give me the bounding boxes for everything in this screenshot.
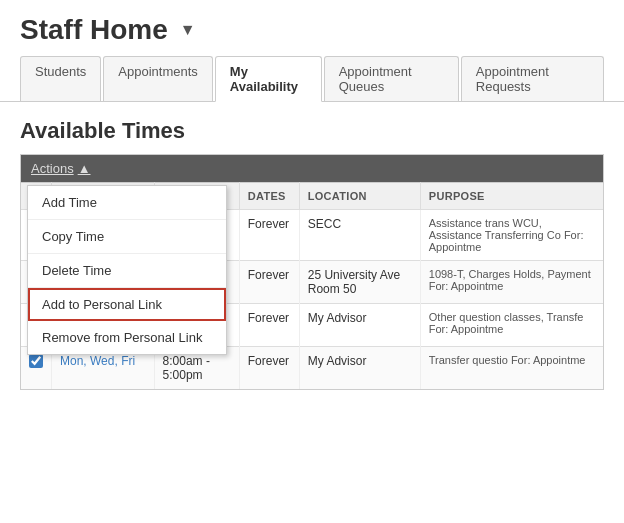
actions-dropdown: Add Time Copy Time Delete Time Add to Pe…	[27, 185, 227, 355]
tab-appointments[interactable]: Appointments	[103, 56, 213, 101]
row-dates: Forever	[239, 347, 299, 390]
col-dates: DATES	[239, 183, 299, 210]
action-copy-time[interactable]: Copy Time	[28, 220, 226, 254]
row-purpose: Assistance trans WCU, Assistance Transfe…	[420, 210, 603, 261]
action-delete-time[interactable]: Delete Time	[28, 254, 226, 288]
page-header: Staff Home ▼	[0, 0, 624, 56]
row-checkbox[interactable]	[29, 354, 43, 368]
row-location: 25 University Ave Room 50	[299, 261, 420, 304]
action-add-time[interactable]: Add Time	[28, 186, 226, 220]
row-location: SECC	[299, 210, 420, 261]
row-dates: Forever	[239, 261, 299, 304]
row-location: My Advisor	[299, 304, 420, 347]
tab-appointment-queues[interactable]: Appointment Queues	[324, 56, 459, 101]
row-purpose: Transfer questio For: Appointme	[420, 347, 603, 390]
actions-arrow: ▲	[78, 161, 91, 176]
tab-bar: Students Appointments My Availability Ap…	[0, 56, 624, 102]
col-purpose: PURPOSE	[420, 183, 603, 210]
row-dates: Forever	[239, 304, 299, 347]
table-header-bar: Actions ▲	[21, 155, 603, 182]
action-remove-from-personal-link[interactable]: Remove from Personal Link	[28, 321, 226, 354]
available-times-table-container: Actions ▲ Add Time Copy Time Delete Time…	[20, 154, 604, 390]
row-purpose: 1098-T, Charges Holds, Payment For: Appo…	[420, 261, 603, 304]
row-location: My Advisor	[299, 347, 420, 390]
tab-my-availability[interactable]: My Availability	[215, 56, 322, 102]
col-location: LOCATION	[299, 183, 420, 210]
actions-menu-trigger[interactable]: Actions ▲	[31, 161, 91, 176]
actions-label: Actions	[31, 161, 74, 176]
title-dropdown-icon[interactable]: ▼	[180, 21, 196, 39]
row-dates: Forever	[239, 210, 299, 261]
section-title: Available Times	[0, 102, 624, 154]
row-purpose: Other question classes, Transfe For: App…	[420, 304, 603, 347]
action-add-to-personal-link[interactable]: Add to Personal Link	[28, 288, 226, 321]
page-title: Staff Home	[20, 14, 168, 46]
tab-appointment-requests[interactable]: Appointment Requests	[461, 56, 604, 101]
tab-students[interactable]: Students	[20, 56, 101, 101]
